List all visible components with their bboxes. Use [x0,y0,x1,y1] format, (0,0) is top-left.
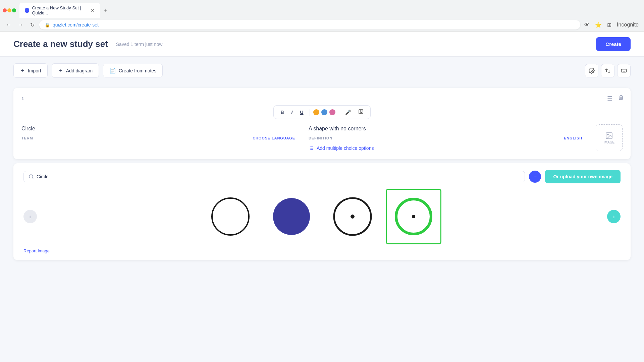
import-label: Import [28,68,41,73]
diagram-icon: ＋ [58,67,63,74]
new-tab-button[interactable]: + [101,6,110,15]
definition-input[interactable] [309,124,582,134]
color-blue-btn[interactable] [321,109,327,115]
image-search-panel: → Or upload your own image ‹ [13,163,631,260]
gallery-images-container [42,189,602,244]
notes-icon: 📄 [109,67,116,74]
page-header: Create a new study set Saved 1 term just… [0,32,644,57]
saved-status: Saved 1 term just now [116,42,163,47]
card-number: 1 [21,96,623,101]
report-image-link[interactable]: Report image [23,248,621,253]
keyboard-button[interactable] [617,64,631,77]
card-actions: ☰ [606,93,625,104]
multiple-choice-label: Add multiple choice options [317,145,374,151]
close-window-btn[interactable] [3,8,7,12]
image-gallery: ‹ [23,189,621,244]
circle-outline-image [204,190,257,243]
gallery-image-4[interactable] [386,189,441,244]
card-area: 1 B I U 🎤 TERM [0,81,644,267]
bold-button[interactable]: B [278,108,286,116]
reload-button[interactable]: ↻ [28,20,37,29]
italic-button[interactable]: I [289,108,296,116]
upload-own-image-button[interactable]: Or upload your own image [545,170,621,183]
add-diagram-button[interactable]: ＋ Add diagram [52,63,99,78]
gallery-image-1[interactable] [203,189,258,244]
address-bar[interactable]: 🔒 quizlet.com/create-set [39,20,580,29]
tab-close-btn[interactable]: ✕ [91,8,95,13]
forward-button[interactable]: → [16,20,25,29]
svg-point-19 [412,215,415,218]
create-button[interactable]: Create [596,37,631,51]
incognito-label: Incognito [617,22,639,27]
circle-dot-image [326,190,379,243]
active-tab[interactable]: Create a New Study Set | Quizle... ✕ [19,3,100,18]
format-divider2 [339,109,339,116]
tab-bar: Create a New Study Set | Quizle... ✕ + [0,0,644,18]
search-icon [29,174,34,179]
extensions-icon[interactable]: ⊞ [606,20,613,29]
minimize-window-btn[interactable] [7,8,11,12]
mic-button[interactable]: 🎤 [342,108,354,116]
gallery-next-button[interactable]: › [607,210,621,223]
import-button[interactable]: ＋ Import [13,63,48,78]
align-button[interactable]: ☰ [606,93,614,104]
image-upload-area[interactable]: IMAGE [596,124,623,151]
swap-button[interactable] [601,64,614,77]
svg-point-0 [591,70,593,71]
settings-button[interactable] [585,64,598,77]
image-search-row: → Or upload your own image [23,170,621,183]
svg-point-12 [29,175,33,178]
svg-point-14 [212,198,249,235]
page-title: Create a new study set [13,39,108,49]
svg-rect-1 [622,69,627,72]
incognito-menu[interactable]: Incognito [615,20,640,29]
gallery-image-2[interactable] [264,189,319,244]
toolbar: ＋ Import ＋ Add diagram 📄 Create from not… [0,57,644,81]
maximize-window-btn[interactable] [12,8,16,12]
image-column: IMAGE [596,124,623,151]
eye-slash-icon[interactable]: 👁 [583,20,591,29]
url-text: quizlet.com/create-set [53,22,575,27]
bookmark-icon[interactable]: ⭐ [594,20,603,29]
term-input[interactable] [21,124,295,134]
window-controls [3,8,16,12]
svg-line-13 [32,178,33,179]
create-from-notes-button[interactable]: 📄 Create from notes [103,64,163,77]
image-search-input[interactable] [37,174,520,179]
gallery-prev-button[interactable]: ‹ [23,210,37,223]
multiple-choice-button[interactable]: Add multiple choice options [309,145,582,151]
create-from-notes-label: Create from notes [119,68,156,73]
color-pink-btn[interactable] [329,109,335,115]
toolbar-right [585,64,631,77]
term-definition-row: TERM CHOOSE LANGUAGE DEFINITION ENGLISH [21,124,623,151]
address-bar-row: ← → ↻ 🔒 quizlet.com/create-set 👁 ⭐ ⊞ Inc… [0,18,644,32]
english-label: ENGLISH [564,136,582,140]
gallery-image-3[interactable] [325,189,380,244]
underline-button[interactable]: U [297,108,306,116]
image-label: IMAGE [604,140,614,144]
choose-language-link[interactable]: CHOOSE LANGUAGE [253,136,295,140]
lock-icon: 🔒 [45,22,50,27]
tab-favicon [25,8,29,13]
circle-green-selected-image [387,190,440,243]
circle-filled-blue-image [265,190,318,243]
add-format-button[interactable] [356,108,366,117]
browser-actions: 👁 ⭐ ⊞ Incognito [583,20,640,29]
svg-point-11 [607,134,608,135]
format-divider [310,109,310,116]
back-button[interactable]: ← [4,20,13,29]
plus-icon: ＋ [20,67,25,74]
svg-point-15 [273,198,310,235]
svg-point-17 [351,215,355,219]
browser-chrome: Create a New Study Set | Quizle... ✕ + ←… [0,0,644,32]
delete-card-button[interactable] [616,93,625,104]
study-card: 1 B I U 🎤 TERM [13,88,631,159]
term-label: TERM CHOOSE LANGUAGE [21,136,295,140]
definition-label: DEFINITION ENGLISH [309,136,582,140]
image-search-wrapper [23,171,525,182]
image-search-submit-button[interactable]: → [529,171,541,183]
tab-title: Create a New Study Set | Quizle... [32,5,88,15]
definition-column: DEFINITION ENGLISH Add multiple choice o… [309,124,582,151]
add-diagram-label: Add diagram [66,68,93,73]
color-yellow-btn[interactable] [313,109,319,115]
